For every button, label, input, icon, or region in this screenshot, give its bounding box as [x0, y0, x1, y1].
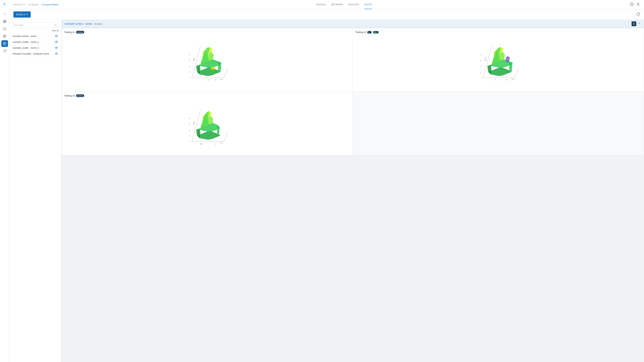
plot-cell-v2: Testing v2 b... tes... 0 2 4 6	[353, 28, 644, 92]
svg-point-14	[56, 47, 57, 48]
svg-rect-5	[5, 22, 6, 23]
svg-point-9	[638, 3, 639, 4]
nav-icon-arrow[interactable]	[1, 11, 8, 17]
breadcrumb-sep1: /	[26, 3, 27, 6]
svg-marker-35	[196, 65, 200, 74]
plot-title-v2: Testing v2	[355, 31, 366, 33]
svg-text:5: 5	[209, 79, 210, 81]
breadcrumb-all-models[interactable]: All Models	[28, 3, 38, 6]
surface-plot-v3: 0 2 4 6 8 title Z title · ∧ le X	[184, 103, 230, 148]
nav-icon-cloud[interactable]	[1, 25, 8, 32]
refresh-icon-btn[interactable]	[636, 12, 640, 17]
plot-canvas-v3[interactable]: 0 2 4 6 8 title Z title · ∧ le X	[64, 98, 350, 152]
plot-cell-v3: Testing v3 testing 0 2 4	[62, 92, 353, 155]
help-icon[interactable]	[630, 2, 634, 7]
svg-line-19	[224, 69, 227, 78]
svg-text:4: 4	[480, 65, 481, 67]
svg-text:le X: le X	[220, 78, 223, 80]
nav-icon-layers[interactable]	[1, 33, 8, 39]
plot-badge-v2a: b...	[367, 31, 372, 33]
collapse-button[interactable]	[638, 22, 641, 26]
list-item[interactable]: example_scatter - series_1	[12, 39, 58, 45]
svg-marker-81	[197, 131, 220, 140]
plot-section-header: example surface - series (3 plots)	[62, 20, 644, 28]
list-item[interactable]: example_scatter - series_2	[12, 45, 58, 51]
top-header-right	[630, 2, 640, 7]
content-area: Hide all example surface - series exampl…	[10, 20, 644, 362]
svg-text:title Z: title Z	[193, 121, 196, 125]
section-icon-btn[interactable]	[632, 21, 636, 26]
plot-badge-v1: testing	[76, 31, 84, 33]
svg-marker-56	[488, 67, 512, 76]
list-item[interactable]: histogram example - histogram series	[12, 51, 58, 57]
tab-plots[interactable]: PLOTS	[364, 0, 372, 9]
svg-line-70	[224, 133, 227, 141]
svg-text:2: 2	[189, 71, 190, 73]
tab-details[interactable]: DETAILS	[316, 0, 326, 9]
svg-text:0: 0	[495, 79, 496, 81]
badge-arrow-v3	[84, 95, 86, 97]
sub-header: MODELS +	[10, 9, 644, 20]
plot-cell-header-v3: Testing v3 testing	[64, 94, 350, 97]
svg-text:0: 0	[190, 141, 191, 143]
svg-point-15	[56, 53, 57, 54]
plot-title-v3: Testing v3	[64, 94, 75, 97]
sidebar: Hide all example surface - series exampl…	[10, 20, 62, 362]
surface-plot-v1: 0 2 4 6 8 title Z 0 5 10 le X	[184, 39, 230, 84]
svg-rect-4	[3, 22, 4, 23]
svg-marker-86	[217, 125, 220, 136]
svg-point-13	[56, 41, 57, 42]
nav-icon-refresh[interactable]	[1, 48, 8, 54]
search-box	[12, 22, 58, 27]
tab-network[interactable]: NETWORK	[331, 0, 343, 9]
svg-text:title Z: title Z	[193, 57, 196, 61]
svg-marker-85	[196, 129, 200, 138]
svg-text:5: 5	[500, 79, 501, 81]
list-item[interactable]: example surface - series	[12, 33, 58, 39]
svg-point-10	[54, 24, 56, 26]
plot-canvas-v2[interactable]: 0 2 4 6 8 title Z 0 5 10 le X	[355, 35, 641, 89]
svg-line-45	[515, 69, 518, 78]
app-logo[interactable]: C	[2, 1, 8, 7]
plot-section-controls	[632, 21, 641, 26]
svg-marker-6	[3, 35, 6, 36]
plot-cell-v1: Testing v1 testing	[62, 28, 353, 92]
svg-line-11	[56, 25, 56, 26]
plot-area: example surface - series (3 plots)	[62, 20, 644, 362]
plot-cell-empty	[353, 92, 644, 155]
svg-text:6: 6	[189, 123, 190, 125]
breadcrumb-projects[interactable]: PROJECTS	[14, 3, 25, 6]
plot-cell-header-v1: Testing v1 testing	[64, 31, 350, 33]
svg-text:·: ·	[208, 143, 209, 145]
svg-marker-84	[208, 116, 213, 124]
user-avatar[interactable]	[636, 2, 640, 7]
plot-section-title: example surface - series (3 plots)	[65, 22, 102, 25]
main-area: PROJECTS / All Models / Compare Models D…	[10, 0, 644, 362]
plot-cell-header-v2: Testing v2 b... tes...	[355, 31, 641, 33]
plot-badge-v2b: tes...	[373, 31, 379, 33]
svg-text:le X: le X	[512, 78, 514, 80]
svg-rect-3	[5, 20, 6, 21]
svg-text:8: 8	[189, 54, 190, 55]
hide-all-button[interactable]: Hide all	[12, 29, 58, 32]
eye-icon[interactable]	[55, 40, 58, 43]
nav-icon-grid[interactable]	[1, 18, 8, 25]
svg-rect-2	[3, 20, 4, 21]
svg-text:2: 2	[189, 135, 190, 137]
search-icon	[54, 24, 57, 26]
search-input[interactable]	[14, 24, 54, 26]
svg-marker-31	[197, 67, 220, 76]
tab-scalars[interactable]: SCALARS	[348, 0, 359, 9]
nav-icon-experiments[interactable]	[1, 40, 8, 47]
plot-grid: Testing v1 testing	[62, 28, 644, 155]
breadcrumb-sep2: /	[40, 3, 40, 6]
plot-canvas-v1[interactable]: 0 2 4 6 8 title Z 0 5 10 le X	[64, 35, 350, 89]
svg-text:8: 8	[480, 54, 481, 55]
eye-icon[interactable]	[55, 52, 58, 55]
eye-icon[interactable]	[55, 34, 58, 37]
eye-icon[interactable]	[55, 46, 58, 49]
models-button[interactable]: MODELS +	[14, 11, 31, 17]
top-header: PROJECTS / All Models / Compare Models D…	[10, 0, 644, 9]
breadcrumb: PROJECTS / All Models / Compare Models	[14, 3, 58, 6]
plot-badge-v3: testing	[76, 94, 84, 97]
